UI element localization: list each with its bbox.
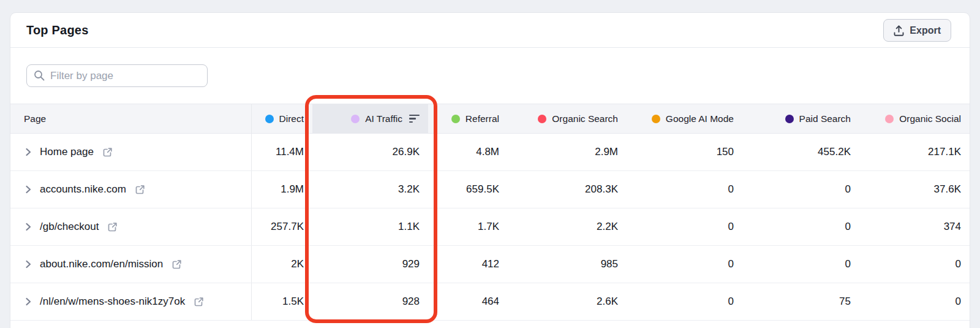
value-cell: 2K (252, 246, 312, 283)
page-title: Top Pages (26, 23, 88, 37)
column-header-referral[interactable]: Referral (428, 104, 508, 133)
metric-value: 928 (402, 296, 420, 308)
table-row: /gb/checkout 257.7K1.1K1.7K2.2K00374 (10, 208, 970, 246)
value-cell: 0 (742, 246, 859, 283)
value-cell: 0 (859, 283, 970, 320)
metric-value: 0 (728, 183, 734, 196)
metric-value: 0 (845, 183, 851, 196)
metric-value: 2K (291, 258, 304, 270)
export-button[interactable]: Export (883, 19, 951, 42)
external-link-icon[interactable] (194, 297, 204, 307)
value-cell: 1.5K (252, 283, 312, 320)
google-ai-mode-dot-icon (652, 115, 660, 123)
metric-value: 75 (839, 296, 851, 308)
value-cell: 928 (312, 283, 428, 320)
column-header-organic-search[interactable]: Organic Search (508, 104, 627, 133)
chevron-right-icon[interactable] (24, 297, 32, 306)
table-header-row: Page Direct AI Traffic Referral Organic … (10, 104, 970, 134)
value-cell: 0 (627, 246, 742, 283)
table-row: accounts.nike.com 1.9M3.2K659.5K208.3K00… (10, 171, 970, 208)
top-pages-card: Top Pages Export Page Direct AI Traff (10, 12, 970, 328)
column-header-organic-social[interactable]: Organic Social (859, 104, 970, 133)
column-header-page[interactable]: Page (10, 104, 252, 133)
column-header-paid-search[interactable]: Paid Search (742, 104, 859, 133)
organic-search-dot-icon (538, 115, 546, 123)
referral-dot-icon (451, 115, 460, 123)
value-cell: 0 (627, 283, 742, 320)
value-cell: 2.2K (508, 208, 627, 245)
metric-value: 2.6K (597, 296, 618, 308)
top-pages-table: Page Direct AI Traffic Referral Organic … (10, 104, 970, 321)
upload-icon (894, 25, 904, 36)
table-row: about.nike.com/en/mission 2K929412985000 (10, 246, 970, 283)
direct-dot-icon (265, 115, 274, 123)
page-cell: /nl/en/w/mens-shoes-nik1zy7ok (10, 283, 252, 320)
value-cell: 26.9K (312, 134, 428, 170)
search-icon (34, 70, 45, 81)
organic-social-dot-icon (885, 115, 894, 123)
value-cell: 2.6K (508, 283, 627, 320)
value-cell: 374 (859, 208, 970, 245)
value-cell: 455.2K (742, 134, 859, 170)
page-cell: about.nike.com/en/mission (10, 246, 252, 283)
metric-value: 0 (956, 296, 961, 308)
column-header-google-ai-mode[interactable]: Google AI Mode (627, 104, 742, 133)
value-cell: 37.6K (859, 171, 970, 208)
chevron-right-icon[interactable] (24, 185, 32, 194)
metric-value: 659.5K (466, 183, 499, 196)
value-cell: 929 (312, 246, 428, 283)
value-cell: 0 (742, 208, 859, 245)
table-row: Home page 11.4M26.9K4.8M2.9M150455.2K217… (10, 134, 970, 171)
value-cell: 985 (508, 246, 627, 283)
value-cell: 4.8M (428, 134, 508, 170)
value-cell: 257.7K (252, 208, 312, 245)
metric-value: 2.2K (597, 221, 618, 233)
value-cell: 11.4M (252, 134, 312, 170)
value-cell: 0 (859, 246, 970, 283)
filter-by-page (26, 64, 208, 87)
paid-search-dot-icon (785, 115, 794, 123)
page-label: accounts.nike.com (40, 183, 126, 196)
metric-value: 208.3K (585, 183, 618, 196)
page-label: /nl/en/w/mens-shoes-nik1zy7ok (40, 296, 185, 308)
value-cell: 1.7K (428, 208, 508, 245)
metric-value: 464 (482, 296, 499, 308)
page-label: /gb/checkout (40, 221, 99, 233)
metric-value: 26.9K (393, 146, 420, 158)
value-cell: 3.2K (312, 171, 428, 208)
metric-value: 37.6K (934, 183, 961, 196)
metric-value: 455.2K (818, 146, 851, 158)
value-cell: 75 (742, 283, 859, 320)
sort-descending-icon[interactable] (409, 115, 420, 123)
export-button-label: Export (910, 25, 941, 36)
value-cell: 1.9M (252, 171, 312, 208)
value-cell: 0 (627, 208, 742, 245)
page-cell: Home page (10, 134, 252, 170)
column-header-ai-traffic[interactable]: AI Traffic (312, 104, 428, 133)
external-link-icon[interactable] (102, 147, 113, 158)
metric-value: 2.9M (595, 146, 618, 158)
external-link-icon[interactable] (107, 222, 118, 232)
page-label: about.nike.com/en/mission (40, 258, 163, 270)
chevron-right-icon[interactable] (24, 260, 32, 269)
metric-value: 257.7K (271, 221, 304, 233)
metric-value: 0 (956, 258, 961, 270)
external-link-icon[interactable] (135, 185, 145, 195)
metric-value: 985 (601, 258, 618, 270)
value-cell: 0 (742, 171, 859, 208)
external-link-icon[interactable] (172, 259, 182, 270)
column-header-direct[interactable]: Direct (252, 104, 312, 133)
ai-traffic-dot-icon (351, 115, 360, 123)
metric-value: 1.9M (281, 183, 304, 196)
chevron-right-icon[interactable] (24, 148, 32, 156)
metric-value: 374 (944, 221, 961, 233)
filter-by-page-input[interactable] (26, 64, 208, 87)
page-cell: /gb/checkout (10, 208, 252, 245)
metric-value: 1.5K (282, 296, 304, 308)
chevron-right-icon[interactable] (24, 223, 32, 231)
value-cell: 150 (627, 134, 742, 170)
metric-value: 0 (728, 221, 734, 233)
metric-value: 1.1K (398, 221, 420, 233)
metric-value: 4.8M (476, 146, 499, 158)
metric-value: 0 (845, 258, 851, 270)
